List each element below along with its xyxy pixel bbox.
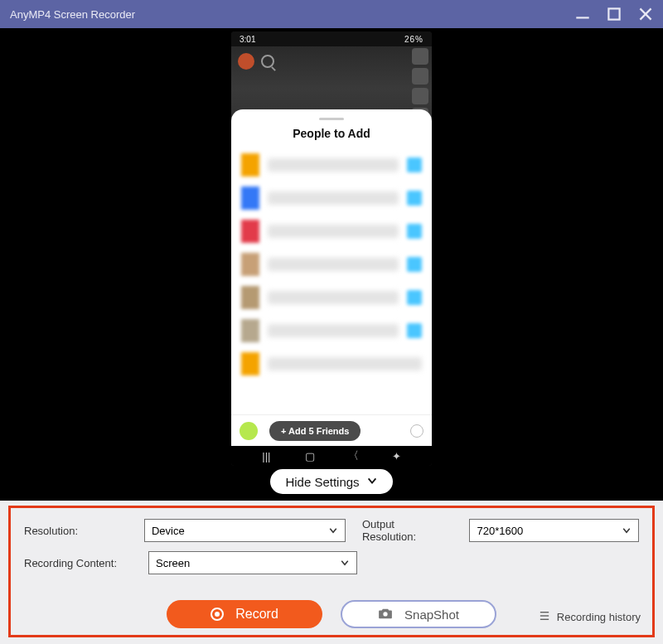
record-label: Record: [235, 607, 278, 622]
minimize-button[interactable]: [573, 5, 592, 23]
svg-rect-1: [608, 8, 619, 19]
add-friend-icon: [412, 48, 428, 65]
sheet-title: People to Add: [231, 127, 432, 140]
window-controls: [573, 5, 655, 23]
resolution-select[interactable]: Device: [144, 519, 346, 542]
recording-history-link[interactable]: Recording history: [539, 611, 641, 623]
chevron-down-icon: [328, 525, 338, 538]
record-button[interactable]: Record: [167, 600, 322, 628]
bottom-sheet: People to Add + Add 5 Friends: [231, 109, 432, 446]
list-item: [241, 148, 422, 182]
list-item: [241, 215, 422, 248]
status-battery: 26%: [404, 35, 423, 44]
list-item: [241, 281, 422, 314]
hide-settings-label: Hide Settings: [285, 475, 359, 489]
sheet-footer: + Add 5 Friends: [231, 414, 432, 446]
phone-statusbar: 3:01 26%: [231, 31, 432, 46]
recents-icon: |||: [258, 450, 274, 462]
phone-mirror[interactable]: 3:01 26% People to Add: [231, 31, 432, 466]
resolution-value: Device: [152, 525, 185, 537]
people-list: [231, 148, 432, 414]
titlebar: AnyMP4 Screen Recorder: [0, 0, 663, 28]
phone-navbar: ||| ▢ 〈 ✦: [231, 446, 432, 466]
camera-header: [231, 46, 432, 118]
recording-history-label: Recording history: [557, 611, 641, 623]
list-icon: [539, 611, 550, 623]
output-resolution-select[interactable]: 720*1600: [469, 519, 639, 542]
self-avatar-icon: [240, 422, 258, 440]
recording-content-value: Screen: [156, 557, 190, 569]
ghost-icon: [410, 424, 423, 438]
snapshot-button[interactable]: SnapShot: [341, 600, 496, 628]
list-item: [241, 182, 422, 215]
flash-icon: [412, 88, 428, 104]
close-button[interactable]: [636, 5, 655, 23]
list-item: [241, 347, 422, 380]
chevron-down-icon: [366, 475, 378, 489]
back-icon: 〈: [345, 448, 361, 463]
add-friends-button[interactable]: + Add 5 Friends: [269, 421, 361, 441]
settings-panel-wrap: Resolution: Device Output Resolution: 72…: [0, 501, 663, 644]
accessibility-icon: ✦: [389, 450, 405, 462]
settings-panel: Resolution: Device Output Resolution: 72…: [8, 506, 655, 637]
recording-content-select[interactable]: Screen: [148, 551, 357, 574]
camera-icon: [378, 608, 393, 622]
list-item: [241, 314, 422, 347]
snapshot-label: SnapShot: [404, 608, 459, 622]
flip-camera-icon: [412, 68, 428, 85]
status-time: 3:01: [240, 35, 255, 44]
svg-point-4: [383, 612, 387, 616]
home-icon: ▢: [302, 450, 318, 462]
profile-avatar-icon: [238, 53, 254, 70]
recording-content-label: Recording Content:: [24, 557, 132, 569]
resolution-label: Resolution:: [24, 525, 128, 537]
hide-settings-button[interactable]: Hide Settings: [270, 469, 392, 494]
chevron-down-icon: [340, 558, 350, 570]
chevron-down-icon: [622, 525, 632, 538]
output-resolution-value: 720*1600: [477, 525, 523, 537]
sheet-handle-icon: [319, 118, 344, 120]
list-item: [241, 248, 422, 281]
window-title: AnyMP4 Screen Recorder: [10, 8, 573, 21]
maximize-button[interactable]: [605, 5, 623, 23]
output-resolution-label: Output Resolution:: [362, 518, 448, 543]
record-icon: [211, 608, 224, 621]
phone-preview-area: 3:01 26% People to Add: [0, 28, 663, 501]
search-icon: [261, 55, 274, 68]
